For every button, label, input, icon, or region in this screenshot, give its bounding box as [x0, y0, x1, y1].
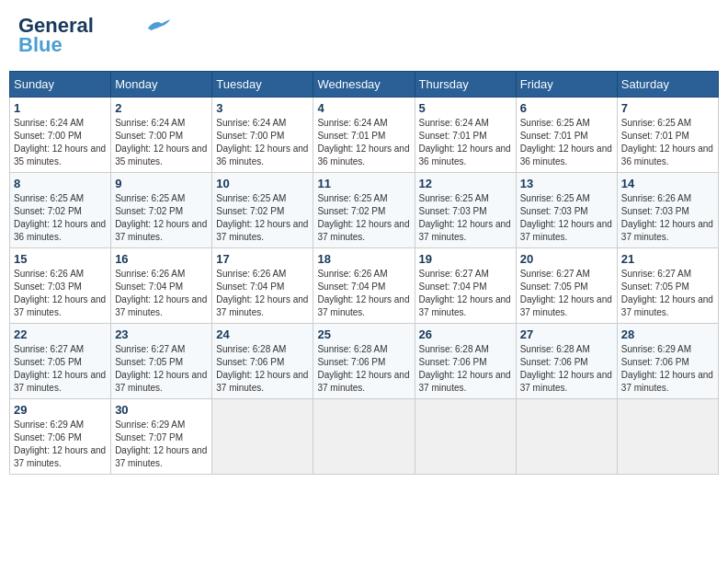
calendar-cell: 21Sunrise: 6:27 AMSunset: 7:05 PMDayligh… — [617, 248, 718, 324]
day-number: 1 — [14, 101, 107, 115]
day-info: Sunrise: 6:25 AMSunset: 7:02 PMDaylight:… — [317, 192, 410, 244]
calendar-cell: 13Sunrise: 6:25 AMSunset: 7:03 PMDayligh… — [516, 173, 617, 248]
calendar-cell: 18Sunrise: 6:26 AMSunset: 7:04 PMDayligh… — [313, 248, 415, 324]
calendar-cell: 2Sunrise: 6:24 AMSunset: 7:00 PMDaylight… — [111, 98, 212, 173]
day-number: 3 — [216, 101, 309, 115]
calendar-cell: 29Sunrise: 6:29 AMSunset: 7:06 PMDayligh… — [10, 399, 111, 475]
day-info: Sunrise: 6:26 AMSunset: 7:04 PMDaylight:… — [115, 268, 208, 319]
day-number: 21 — [621, 252, 714, 266]
calendar-cell: 30Sunrise: 6:29 AMSunset: 7:07 PMDayligh… — [111, 399, 212, 475]
day-number: 12 — [419, 177, 512, 190]
calendar-cell: 12Sunrise: 6:25 AMSunset: 7:03 PMDayligh… — [415, 173, 516, 248]
day-info: Sunrise: 6:25 AMSunset: 7:03 PMDaylight:… — [419, 192, 512, 244]
day-info: Sunrise: 6:27 AMSunset: 7:04 PMDaylight:… — [419, 268, 512, 319]
calendar-cell: 4Sunrise: 6:24 AMSunset: 7:01 PMDaylight… — [313, 98, 415, 173]
day-info: Sunrise: 6:26 AMSunset: 7:03 PMDaylight:… — [621, 192, 714, 244]
day-number: 9 — [115, 177, 208, 190]
weekday-header-cell: Saturday — [617, 72, 718, 98]
calendar-cell: 25Sunrise: 6:28 AMSunset: 7:06 PMDayligh… — [313, 324, 415, 399]
day-number: 18 — [317, 252, 410, 266]
day-info: Sunrise: 6:27 AMSunset: 7:05 PMDaylight:… — [115, 343, 208, 395]
calendar-cell: 23Sunrise: 6:27 AMSunset: 7:05 PMDayligh… — [111, 324, 212, 399]
day-info: Sunrise: 6:24 AMSunset: 7:00 PMDaylight:… — [115, 117, 208, 168]
day-info: Sunrise: 6:25 AMSunset: 7:03 PMDaylight:… — [520, 192, 613, 244]
weekday-header-cell: Sunday — [10, 72, 111, 98]
calendar-cell — [516, 399, 617, 475]
calendar-week-row: 1Sunrise: 6:24 AMSunset: 7:00 PMDaylight… — [10, 98, 719, 173]
calendar-cell: 6Sunrise: 6:25 AMSunset: 7:01 PMDaylight… — [516, 98, 617, 173]
calendar-week-row: 29Sunrise: 6:29 AMSunset: 7:06 PMDayligh… — [10, 399, 719, 475]
day-number: 16 — [115, 252, 208, 266]
calendar-cell: 14Sunrise: 6:26 AMSunset: 7:03 PMDayligh… — [617, 173, 718, 248]
day-number: 20 — [520, 252, 613, 266]
day-info: Sunrise: 6:29 AMSunset: 7:07 PMDaylight:… — [115, 419, 208, 470]
day-info: Sunrise: 6:28 AMSunset: 7:06 PMDaylight:… — [317, 343, 410, 395]
day-number: 14 — [621, 177, 714, 190]
logo-bird-icon — [144, 17, 172, 33]
day-number: 11 — [317, 177, 410, 190]
calendar-cell — [415, 399, 516, 475]
calendar-cell: 5Sunrise: 6:24 AMSunset: 7:01 PMDaylight… — [415, 98, 516, 173]
day-number: 28 — [621, 327, 714, 341]
weekday-header-cell: Friday — [516, 72, 617, 98]
calendar-cell: 28Sunrise: 6:29 AMSunset: 7:06 PMDayligh… — [617, 324, 718, 399]
calendar-cell: 7Sunrise: 6:25 AMSunset: 7:01 PMDaylight… — [617, 98, 718, 173]
day-number: 4 — [317, 101, 410, 115]
logo: General Blue — [18, 14, 172, 57]
day-number: 5 — [419, 101, 512, 115]
calendar-cell: 26Sunrise: 6:28 AMSunset: 7:06 PMDayligh… — [415, 324, 516, 399]
calendar-body: 1Sunrise: 6:24 AMSunset: 7:00 PMDaylight… — [10, 98, 719, 475]
day-number: 7 — [621, 101, 714, 115]
calendar-cell — [313, 399, 415, 475]
day-info: Sunrise: 6:27 AMSunset: 7:05 PMDaylight:… — [621, 268, 714, 319]
weekday-header-cell: Thursday — [415, 72, 516, 98]
day-info: Sunrise: 6:27 AMSunset: 7:05 PMDaylight:… — [14, 343, 107, 395]
weekday-header-cell: Tuesday — [212, 72, 313, 98]
day-number: 30 — [115, 403, 208, 417]
day-info: Sunrise: 6:24 AMSunset: 7:01 PMDaylight:… — [419, 117, 512, 168]
calendar-cell: 1Sunrise: 6:24 AMSunset: 7:00 PMDaylight… — [10, 98, 111, 173]
logo-blue-text: Blue — [18, 33, 63, 57]
day-number: 19 — [419, 252, 512, 266]
calendar-cell — [617, 399, 718, 475]
day-number: 8 — [14, 177, 107, 190]
weekday-header-cell: Monday — [111, 72, 212, 98]
day-number: 6 — [520, 101, 613, 115]
day-info: Sunrise: 6:25 AMSunset: 7:02 PMDaylight:… — [216, 192, 309, 244]
day-number: 29 — [14, 403, 107, 417]
day-info: Sunrise: 6:24 AMSunset: 7:01 PMDaylight:… — [317, 117, 410, 168]
calendar-cell: 11Sunrise: 6:25 AMSunset: 7:02 PMDayligh… — [313, 173, 415, 248]
day-info: Sunrise: 6:25 AMSunset: 7:02 PMDaylight:… — [115, 192, 208, 244]
day-number: 23 — [115, 327, 208, 341]
day-info: Sunrise: 6:27 AMSunset: 7:05 PMDaylight:… — [520, 268, 613, 319]
calendar-week-row: 22Sunrise: 6:27 AMSunset: 7:05 PMDayligh… — [10, 324, 719, 399]
calendar-cell: 22Sunrise: 6:27 AMSunset: 7:05 PMDayligh… — [10, 324, 111, 399]
day-number: 24 — [216, 327, 309, 341]
day-info: Sunrise: 6:24 AMSunset: 7:00 PMDaylight:… — [216, 117, 309, 168]
calendar-cell: 19Sunrise: 6:27 AMSunset: 7:04 PMDayligh… — [415, 248, 516, 324]
day-info: Sunrise: 6:28 AMSunset: 7:06 PMDaylight:… — [419, 343, 512, 395]
calendar-table: SundayMondayTuesdayWednesdayThursdayFrid… — [9, 71, 719, 475]
calendar-week-row: 15Sunrise: 6:26 AMSunset: 7:03 PMDayligh… — [10, 248, 719, 324]
calendar-cell: 3Sunrise: 6:24 AMSunset: 7:00 PMDaylight… — [212, 98, 313, 173]
calendar-cell: 10Sunrise: 6:25 AMSunset: 7:02 PMDayligh… — [212, 173, 313, 248]
day-number: 13 — [520, 177, 613, 190]
day-info: Sunrise: 6:25 AMSunset: 7:01 PMDaylight:… — [520, 117, 613, 168]
calendar-cell: 9Sunrise: 6:25 AMSunset: 7:02 PMDaylight… — [111, 173, 212, 248]
day-info: Sunrise: 6:28 AMSunset: 7:06 PMDaylight:… — [216, 343, 309, 395]
day-number: 25 — [317, 327, 410, 341]
page-header: General Blue — [9, 9, 719, 62]
calendar-cell — [212, 399, 313, 475]
day-number: 22 — [14, 327, 107, 341]
day-info: Sunrise: 6:29 AMSunset: 7:06 PMDaylight:… — [14, 419, 107, 470]
calendar-cell: 24Sunrise: 6:28 AMSunset: 7:06 PMDayligh… — [212, 324, 313, 399]
day-info: Sunrise: 6:25 AMSunset: 7:02 PMDaylight:… — [14, 192, 107, 244]
day-info: Sunrise: 6:28 AMSunset: 7:06 PMDaylight:… — [520, 343, 613, 395]
calendar-cell: 27Sunrise: 6:28 AMSunset: 7:06 PMDayligh… — [516, 324, 617, 399]
calendar-cell: 20Sunrise: 6:27 AMSunset: 7:05 PMDayligh… — [516, 248, 617, 324]
day-info: Sunrise: 6:26 AMSunset: 7:04 PMDaylight:… — [216, 268, 309, 319]
calendar-cell: 8Sunrise: 6:25 AMSunset: 7:02 PMDaylight… — [10, 173, 111, 248]
calendar-cell: 17Sunrise: 6:26 AMSunset: 7:04 PMDayligh… — [212, 248, 313, 324]
day-number: 2 — [115, 101, 208, 115]
calendar-cell: 15Sunrise: 6:26 AMSunset: 7:03 PMDayligh… — [10, 248, 111, 324]
